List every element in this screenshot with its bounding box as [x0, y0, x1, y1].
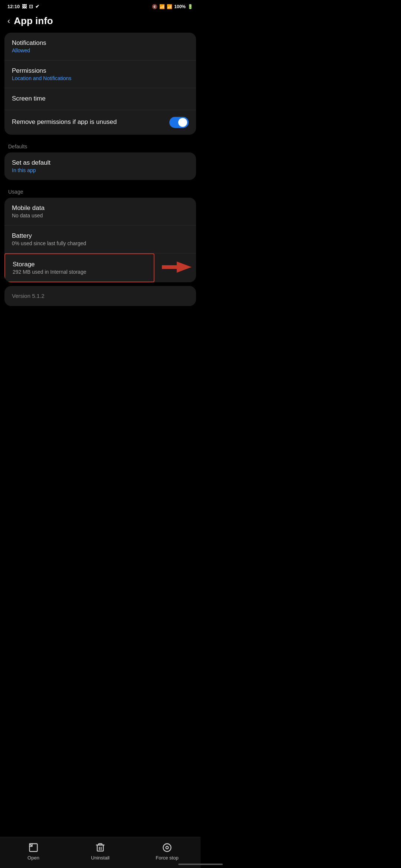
page-title: App info — [14, 15, 53, 27]
version-card: Version 5.1.2 — [4, 286, 196, 306]
battery-icon: 🔋 — [188, 4, 193, 9]
usage-card: Mobile data No data used Battery 0% used… — [4, 198, 196, 282]
notifications-item[interactable]: Notifications Allowed — [4, 33, 196, 60]
status-right: 🔇 📶 📶 100% 🔋 — [152, 4, 193, 9]
remove-perms-toggle[interactable] — [169, 117, 189, 128]
svg-marker-0 — [162, 262, 192, 273]
storage-subtitle: 292 MB used in Internal storage — [13, 269, 146, 275]
notifications-subtitle: Allowed — [12, 47, 189, 53]
time: 12:10 — [7, 4, 20, 9]
permissions-item[interactable]: Permissions Location and Notifications — [4, 60, 196, 88]
mobile-data-subtitle: No data used — [12, 213, 189, 218]
battery-title: Battery — [12, 232, 189, 240]
storage-item[interactable]: Storage 292 MB used in Internal storage — [4, 253, 196, 282]
check-icon: ✔ — [35, 4, 39, 9]
defaults-card: Set as default In this app — [4, 152, 196, 180]
wifi-icon: 📶 — [159, 4, 165, 9]
battery-subtitle: 0% used since last fully charged — [12, 240, 189, 246]
screen-record-icon: ⊡ — [29, 4, 33, 9]
battery-item[interactable]: Battery 0% used since last fully charged — [4, 226, 196, 253]
remove-perms-item[interactable]: Remove permissions if app is unused — [4, 110, 196, 135]
storage-arrow-annotation — [158, 260, 196, 276]
main-settings-card: Notifications Allowed Permissions Locati… — [4, 33, 196, 135]
photo-icon: 🖼 — [22, 4, 27, 9]
usage-label: Usage — [0, 182, 200, 198]
mute-icon: 🔇 — [152, 4, 157, 9]
back-button[interactable]: ‹ — [7, 16, 10, 26]
defaults-label: Defaults — [0, 137, 200, 152]
mobile-data-item[interactable]: Mobile data No data used — [4, 198, 196, 226]
status-bar: 12:10 🖼 ⊡ ✔ 🔇 📶 📶 100% 🔋 — [0, 0, 200, 11]
notifications-title: Notifications — [12, 39, 189, 47]
version-text: Version 5.1.2 — [12, 293, 45, 299]
set-as-default-item[interactable]: Set as default In this app — [4, 152, 196, 180]
signal-icon: 📶 — [167, 4, 172, 9]
permissions-title: Permissions — [12, 67, 189, 75]
remove-perms-title: Remove permissions if app is unused — [12, 118, 117, 126]
screen-time-item[interactable]: Screen time — [4, 88, 196, 110]
set-as-default-title: Set as default — [12, 159, 189, 167]
status-left: 12:10 🖼 ⊡ ✔ — [7, 4, 39, 9]
permissions-subtitle: Location and Notifications — [12, 75, 189, 81]
screen-time-title: Screen time — [12, 95, 189, 102]
set-as-default-subtitle: In this app — [12, 167, 189, 173]
mobile-data-title: Mobile data — [12, 204, 189, 212]
app-info-header: ‹ App info — [0, 11, 200, 33]
battery-percent: 100% — [174, 4, 186, 9]
storage-title: Storage — [13, 261, 146, 268]
